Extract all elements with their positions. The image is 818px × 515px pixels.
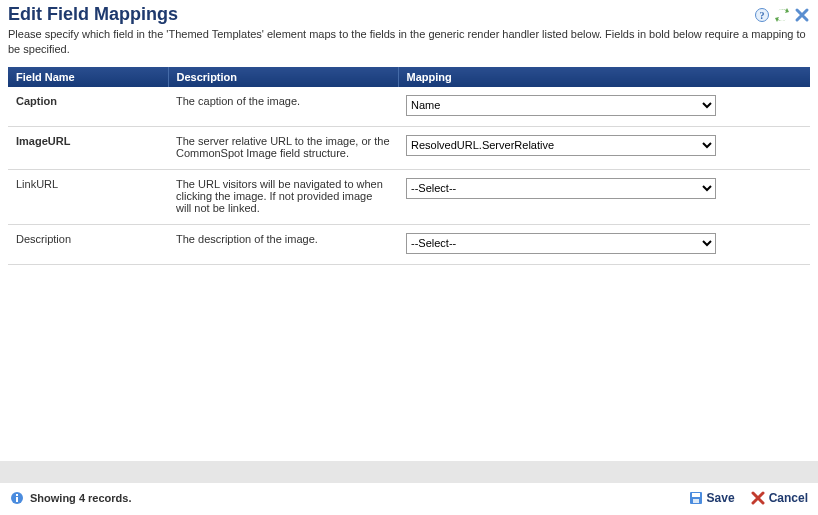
info-icon [10,491,24,505]
mapping-cell: --Select-- [398,224,810,264]
description-cell: The server relative URL to the image, or… [168,126,398,169]
help-icon[interactable]: ? [754,7,770,23]
svg-rect-3 [16,497,18,502]
svg-rect-4 [16,494,18,496]
field-name-cell: ImageURL [8,126,168,169]
cancel-button[interactable]: Cancel [751,491,808,505]
cancel-label: Cancel [769,491,808,505]
col-header-mapping: Mapping [398,67,810,87]
cancel-icon [751,491,765,505]
field-name-cell: Description [8,224,168,264]
intro-text: Please specify which field in the 'Theme… [0,25,818,67]
mapping-cell: --Select-- [398,169,810,224]
page-title: Edit Field Mappings [8,4,178,25]
separator-bar [0,461,818,483]
close-icon[interactable] [794,7,810,23]
col-header-field: Field Name [8,67,168,87]
table-row: ImageURLThe server relative URL to the i… [8,126,810,169]
table-row: DescriptionThe description of the image.… [8,224,810,264]
refresh-icon[interactable] [774,7,790,23]
table-row: CaptionThe caption of the image.Name [8,87,810,127]
description-cell: The description of the image. [168,224,398,264]
svg-rect-7 [693,499,699,503]
mapping-cell: ResolvedURL.ServerRelative [398,126,810,169]
save-label: Save [707,491,735,505]
field-name-cell: Caption [8,87,168,127]
mapping-select[interactable]: --Select-- [406,233,716,254]
records-text: Showing 4 records. [30,492,131,504]
description-cell: The caption of the image. [168,87,398,127]
mapping-select[interactable]: ResolvedURL.ServerRelative [406,135,716,156]
header-actions: ? [754,7,810,23]
description-cell: The URL visitors will be navigated to wh… [168,169,398,224]
col-header-description: Description [168,67,398,87]
svg-text:?: ? [760,10,765,21]
mapping-cell: Name [398,87,810,127]
save-button[interactable]: Save [689,491,735,505]
mapping-select[interactable]: --Select-- [406,178,716,199]
mapping-select[interactable]: Name [406,95,716,116]
table-row: LinkURLThe URL visitors will be navigate… [8,169,810,224]
mapping-table: Field Name Description Mapping CaptionTh… [8,67,810,265]
svg-rect-6 [692,493,700,497]
save-icon [689,491,703,505]
field-name-cell: LinkURL [8,169,168,224]
